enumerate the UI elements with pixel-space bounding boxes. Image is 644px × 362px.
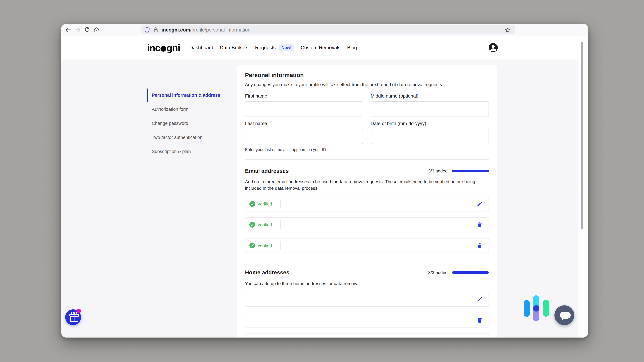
address-progress-bar (452, 271, 489, 274)
first-name-label: First name (245, 93, 363, 99)
trash-icon (476, 222, 483, 228)
trash-icon (476, 317, 483, 323)
dob-label: Date of birth (mm-dd-yyyy) (371, 121, 489, 126)
address-row (245, 313, 489, 328)
address-progress-group: 3/3 added (428, 270, 489, 275)
trash-icon (476, 242, 483, 249)
sidebar-item-personal-information[interactable]: Personal information & address (147, 88, 229, 102)
lock-icon (152, 26, 159, 33)
sidebar-item-authorization-form[interactable]: Authorization form (147, 102, 229, 116)
delete-email-button[interactable] (476, 221, 484, 229)
shield-icon[interactable] (144, 26, 150, 33)
forward-button[interactable] (73, 25, 82, 34)
last-name-hint: Enter your last name as it appears on yo… (245, 147, 489, 152)
sidebar-item-two-factor[interactable]: Two-factor authentication (147, 130, 229, 144)
row-divider (280, 220, 280, 229)
check-circle-icon (250, 201, 255, 207)
section-divider (245, 261, 489, 261)
nav-blog[interactable]: Blog (347, 45, 357, 50)
account-avatar[interactable] (489, 43, 498, 52)
nav-custom-removals[interactable]: Custom Removals (301, 45, 340, 50)
verified-badge: Verified (250, 201, 272, 207)
row-divider (280, 241, 280, 250)
chat-widget-button[interactable] (554, 305, 574, 325)
email-progress-bar (452, 170, 489, 172)
url-bar[interactable]: incogni.com/profile/personal-information (142, 25, 515, 34)
last-name-group: Last name (245, 121, 363, 144)
email-section-header: Email addresses 3/3 added (245, 167, 489, 175)
row-divider (280, 200, 280, 208)
brand-bars-graphic (524, 295, 550, 324)
check-circle-icon (250, 222, 255, 228)
email-row: Verified (245, 217, 489, 232)
last-name-label: Last name (245, 121, 363, 126)
app-content: Personal information & address Authoriza… (61, 59, 588, 338)
forward-icon (74, 26, 81, 33)
star-icon (504, 27, 511, 33)
address-row-clipped (245, 334, 489, 338)
back-button[interactable] (64, 25, 73, 34)
address-progress-fill (452, 271, 489, 274)
browser-toolbar: incogni.com/profile/personal-information (61, 24, 588, 36)
address-section-description: You can add up to three home addresses f… (245, 280, 489, 287)
dob-group: Date of birth (mm-dd-yyyy) (371, 121, 489, 144)
notification-dot (76, 309, 81, 313)
back-icon (65, 26, 72, 33)
logo-o-dot (160, 46, 166, 52)
url-domain: incogni.com (162, 27, 190, 32)
address-section-header: Home addresses 3/3 added (245, 269, 489, 276)
nav-dashboard[interactable]: Dashboard (190, 45, 213, 50)
profile-sidebar: Personal information & address Authoriza… (147, 85, 229, 159)
email-section-description: Add up to three email addresses to be us… (245, 178, 489, 192)
url-text: incogni.com/profile/personal-information (162, 27, 250, 33)
avatar-icon (489, 43, 498, 52)
first-name-field[interactable] (245, 101, 363, 116)
email-row: Verified (245, 197, 489, 211)
page-title: Personal information (245, 72, 489, 78)
delete-address-button[interactable] (476, 316, 484, 324)
first-name-group: First name (245, 93, 363, 116)
email-row: Verified (245, 238, 489, 253)
url-path: /profile/personal-information (190, 27, 250, 32)
edit-address-button[interactable] (476, 296, 484, 303)
nav-requests[interactable]: Requests (255, 45, 276, 50)
email-progress-group: 3/3 added (428, 168, 489, 174)
personal-info-form: First name Middle name (optional) Last n… (245, 93, 489, 144)
middle-name-label: Middle name (optional) (371, 93, 489, 99)
page-subtitle: Any changes you make to your profile wil… (245, 82, 489, 87)
address-row (245, 292, 489, 307)
edit-email-button[interactable] (476, 200, 484, 208)
desktop-background: incogni.com/profile/personal-information… (0, 0, 644, 362)
last-name-field[interactable] (245, 129, 363, 144)
home-button[interactable] (92, 25, 101, 34)
browser-window: incogni.com/profile/personal-information… (61, 24, 588, 338)
middle-name-field[interactable] (371, 101, 489, 116)
sidebar-item-subscription[interactable]: Subscription & plan (147, 144, 229, 159)
pencil-icon (476, 296, 483, 303)
site-header: incgni Dashboard Data Brokers Requests N… (61, 36, 588, 59)
reload-icon (84, 26, 90, 33)
rewards-button[interactable] (65, 309, 81, 325)
dob-field[interactable] (371, 129, 489, 144)
verified-badge: Verified (250, 222, 272, 228)
middle-name-group: Middle name (optional) (371, 93, 489, 116)
address-counter: 3/3 added (428, 270, 448, 275)
email-progress-fill (452, 170, 489, 172)
nav-data-brokers[interactable]: Data Brokers (220, 45, 248, 50)
brand-animation (524, 295, 550, 324)
bookmark-button[interactable] (504, 26, 512, 33)
scrollbar-thumb[interactable] (581, 42, 583, 229)
logo-text-post: gni (166, 42, 180, 53)
incogni-logo[interactable]: incgni (147, 42, 180, 53)
verified-label: Verified (258, 222, 272, 227)
verified-badge: Verified (250, 243, 272, 248)
personal-information-panel: Personal information Any changes you mak… (237, 65, 497, 338)
email-section-title: Email addresses (245, 168, 289, 174)
reload-button[interactable] (82, 25, 92, 34)
section-divider (245, 159, 489, 160)
verified-label: Verified (258, 201, 272, 207)
sidebar-item-change-password[interactable]: Change password (147, 116, 229, 130)
logo-text-pre: inc (147, 42, 160, 53)
delete-email-button[interactable] (476, 242, 484, 249)
requests-new-badge[interactable]: New! (279, 44, 294, 51)
